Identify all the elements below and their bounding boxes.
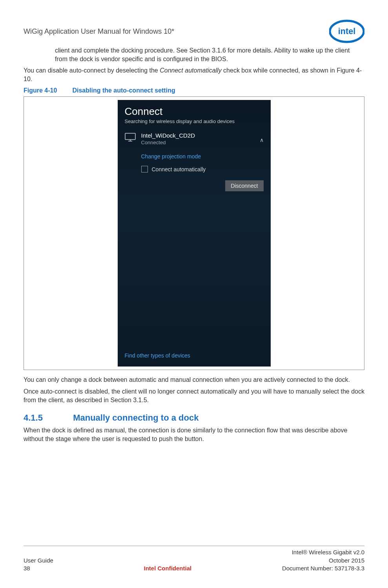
device-status: Connected xyxy=(141,140,195,145)
connect-panel-title: Connect xyxy=(125,105,264,118)
footer-doc-number: Document Number: 537178-3.3 xyxy=(282,564,364,572)
svg-rect-1 xyxy=(125,133,135,140)
connect-panel: Connect Searching for wireless display a… xyxy=(118,100,271,367)
device-name: Intel_WiDock_CD2D xyxy=(141,132,195,139)
footer-confidential: Intel Confidential xyxy=(53,564,282,572)
paragraph-4: Once auto-connect is disabled, the clien… xyxy=(24,387,364,404)
intel-logo-text: intel xyxy=(338,26,355,36)
page-header: WiGig Application User Manual for Window… xyxy=(24,20,364,43)
section-heading: 4.1.5 Manually connecting to a dock xyxy=(24,413,364,423)
footer-rule xyxy=(24,546,364,546)
device-row[interactable]: Intel_WiDock_CD2D Connected xyxy=(125,132,264,145)
paragraph-5: When the dock is defined as manual, the … xyxy=(24,426,364,443)
page-footer: User Guide 38 Intel Confidential Intel® … xyxy=(24,546,364,572)
footer-left: User Guide 38 xyxy=(24,548,53,572)
figure-number: Figure 4-10 xyxy=(24,87,71,94)
manual-title: WiGig Application User Manual for Window… xyxy=(24,27,174,36)
figure-frame: Connect Searching for wireless display a… xyxy=(24,96,364,370)
intel-logo-icon: intel xyxy=(329,20,364,43)
paragraph-2a: You can disable auto-connect by deselect… xyxy=(24,67,160,74)
chevron-up-icon[interactable]: ∧ xyxy=(260,137,264,143)
connect-panel-subtitle: Searching for wireless display and audio… xyxy=(125,118,264,124)
section-number: 4.1.5 xyxy=(24,413,71,423)
footer-center: Intel Confidential xyxy=(53,548,282,572)
footer-user-guide: User Guide xyxy=(24,557,53,564)
figure-title: Disabling the auto-connect setting xyxy=(72,87,175,94)
paragraph-indent-1: client and complete the docking procedur… xyxy=(55,46,361,63)
connect-auto-label: Connect automatically xyxy=(152,166,206,172)
paragraph-2-italic: Connect automatically xyxy=(160,67,221,74)
connect-auto-row[interactable]: Connect automatically xyxy=(141,166,264,172)
find-other-devices-link[interactable]: Find other types of devices xyxy=(125,352,264,359)
change-projection-link[interactable]: Change projection mode xyxy=(141,153,264,160)
footer-page-number: 38 xyxy=(24,564,53,572)
paragraph-2: You can disable auto-connect by deselect… xyxy=(24,66,364,83)
paragraph-3: You can only change a dock between autom… xyxy=(24,376,364,384)
disconnect-button[interactable]: Disconnect xyxy=(225,180,263,191)
footer-product: Intel® Wireless Gigabit v2.0 xyxy=(282,548,364,556)
connect-auto-checkbox[interactable] xyxy=(141,166,148,172)
section-title: Manually connecting to a dock xyxy=(73,413,199,423)
figure-caption: Figure 4-10 Disabling the auto-connect s… xyxy=(24,87,364,94)
footer-date: October 2015 xyxy=(282,557,364,564)
monitor-icon xyxy=(125,133,136,142)
footer-right: Intel® Wireless Gigabit v2.0 October 201… xyxy=(282,548,364,572)
